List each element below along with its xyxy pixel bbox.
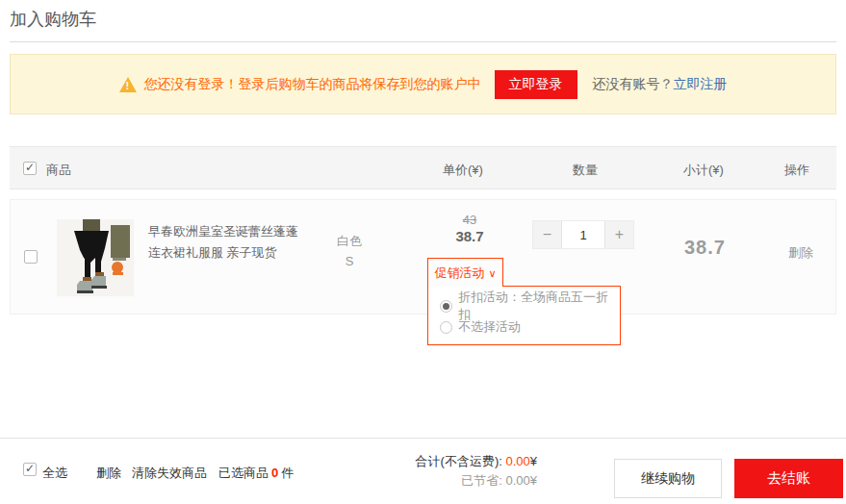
product-image[interactable] xyxy=(57,219,134,296)
totals-block: 合计(不含运费): 0.00¥ 已节省: 0.00¥ xyxy=(416,452,537,491)
item-subtotal: 38.7 xyxy=(684,237,726,259)
select-all-header-checkbox[interactable]: ✓ xyxy=(23,162,37,175)
select-all-footer-checkbox[interactable]: ✓ xyxy=(23,463,37,476)
current-price: 38.7 xyxy=(417,228,523,244)
header-product: 商品 xyxy=(46,162,71,179)
clear-invalid-link[interactable]: 清除失效商品 xyxy=(132,465,207,482)
continue-shopping-button[interactable]: 继续购物 xyxy=(614,459,722,498)
cart-footer-bar: ✓ 全选 删除 清除失效商品 已选商品0件 合计(不含运费): 0.00¥ 已节… xyxy=(0,438,846,504)
selected-count-text: 已选商品0件 xyxy=(218,465,294,482)
item-checkbox[interactable]: ✓ xyxy=(24,250,38,264)
total-currency: ¥ xyxy=(530,454,537,468)
quantity-decrease-button[interactable]: − xyxy=(533,221,561,248)
header-subtotal: 小计(¥) xyxy=(683,162,724,179)
header-quantity: 数量 xyxy=(573,162,598,179)
login-warning-text: 您还没有登录！登录后购物车的商品将保存到您的账户中 xyxy=(144,76,481,93)
promotion-dropdown-toggle[interactable]: 促销活动 ∨ xyxy=(427,258,503,287)
promotion-dropdown-panel: 折扣活动：全场商品五一折扣 不选择活动 xyxy=(427,286,621,345)
cart-table-header: ✓ 商品 单价(¥) 数量 小计(¥) 操作 xyxy=(10,146,836,189)
footer-delete-link[interactable]: 删除 xyxy=(96,465,121,482)
quantity-stepper: − + xyxy=(532,220,634,249)
login-warning-banner: ! 您还没有登录！登录后购物车的商品将保存到您的账户中 立即登录 还没有账号？ … xyxy=(10,54,836,114)
title-divider xyxy=(10,41,836,42)
promotion-option-label: 不选择活动 xyxy=(458,318,521,336)
saved-label: 已节省: xyxy=(461,473,502,488)
total-label: 合计(不含运费): xyxy=(416,454,502,468)
total-value: 0.00 xyxy=(505,454,529,468)
page-title: 加入购物车 xyxy=(10,8,96,31)
radio-selected-icon[interactable] xyxy=(440,300,452,313)
quantity-increase-button[interactable]: + xyxy=(605,221,633,248)
header-unit-price: 单价(¥) xyxy=(443,162,483,179)
login-now-button[interactable]: 立即登录 xyxy=(495,70,577,99)
chevron-down-icon: ∨ xyxy=(488,267,496,280)
selected-suffix: 件 xyxy=(281,466,294,480)
item-delete-link[interactable]: 删除 xyxy=(788,244,813,262)
saved-value: 0.00¥ xyxy=(505,473,537,488)
total-line: 合计(不含运费): 0.00¥ xyxy=(416,452,537,471)
no-account-text: 还没有账号？ xyxy=(593,76,674,93)
radio-unselected-icon[interactable] xyxy=(440,321,452,334)
product-title[interactable]: 早春欧洲皇室圣诞蕾丝蓬蓬连衣裙礼服服 亲子现货 xyxy=(148,221,304,264)
selected-count: 0 xyxy=(271,466,278,480)
register-now-link[interactable]: 立即注册 xyxy=(674,76,728,93)
unit-price-cell: 43 38.7 xyxy=(417,213,523,244)
quantity-input[interactable] xyxy=(561,221,605,248)
promotion-label: 促销活动 xyxy=(434,265,484,282)
select-all-label[interactable]: 全选 xyxy=(42,465,67,482)
selected-prefix: 已选商品 xyxy=(218,466,269,480)
original-price: 43 xyxy=(417,213,523,227)
promotion-option-discount[interactable]: 折扣活动：全场商品五一折扣 xyxy=(440,295,620,316)
product-color: 白色 xyxy=(320,231,378,251)
cart-item-row: ✓ 早春欧洲皇室圣诞蕾丝蓬蓬连衣裙礼服服 亲子现货 白色 S 43 38.7 xyxy=(10,199,836,315)
cart-page: 加入购物车 ! 您还没有登录！登录后购物车的商品将保存到您的账户中 立即登录 还… xyxy=(0,0,846,504)
product-sku: 白色 S xyxy=(320,231,378,271)
checkout-button[interactable]: 去结账 xyxy=(734,459,843,498)
product-size: S xyxy=(320,251,378,271)
warning-icon: ! xyxy=(119,77,137,92)
warning-mark: ! xyxy=(126,80,130,91)
header-action: 操作 xyxy=(784,162,809,179)
saved-line: 已节省: 0.00¥ xyxy=(416,471,537,491)
